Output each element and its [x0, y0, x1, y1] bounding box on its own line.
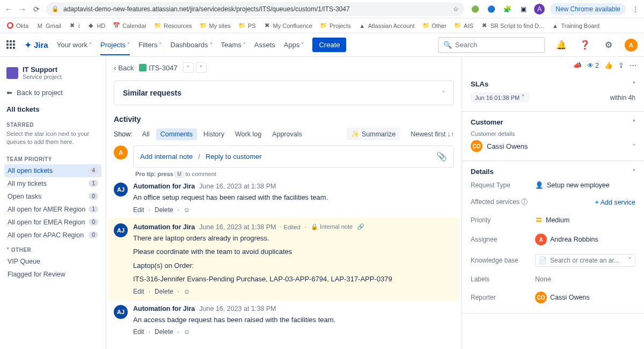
queue-item[interactable]: Open tasks0 [4, 190, 101, 203]
prev-issue-button[interactable]: ˄ [183, 62, 194, 73]
delete-link[interactable]: Delete [155, 328, 173, 336]
extension-icon[interactable]: 🟢 [470, 4, 480, 14]
bookmark-item[interactable]: ▲Training Board [551, 22, 599, 30]
help-icon[interactable]: ❓ [577, 38, 592, 53]
bookmark-item[interactable]: 📅Calendar [113, 22, 147, 30]
sort-button[interactable]: Newest first ↓↑ [411, 130, 454, 138]
queue-item[interactable]: VIP Queue [4, 255, 101, 268]
bookmark-item[interactable]: ✖My Confluence [264, 22, 312, 30]
nav-apps[interactable]: Apps ˅ [284, 41, 304, 49]
delete-link[interactable]: Delete [155, 288, 173, 295]
nav-dashboards[interactable]: Dashboards ˅ [170, 41, 212, 49]
priority-value[interactable]: 〓Medium [535, 215, 635, 225]
tab-history[interactable]: History [199, 128, 229, 140]
nav-assets[interactable]: Assets [254, 41, 275, 49]
bookmark-item[interactable]: ✖i [69, 22, 79, 30]
customer-header[interactable]: Customer˄ [471, 117, 635, 127]
panel-icon[interactable]: ▣ [518, 4, 529, 14]
back-to-project[interactable]: ⬅ Back to project [4, 85, 101, 100]
back-icon[interactable]: ← [4, 5, 13, 13]
labels-value[interactable]: None [535, 275, 635, 283]
request-type-value[interactable]: 👤 Setup new employee [535, 181, 635, 189]
similar-requests-panel[interactable]: Similar requests ˅ [114, 81, 454, 105]
create-button[interactable]: Create [312, 38, 346, 52]
knowledge-base-select[interactable]: 📄 Search or create an ar... ˅ [535, 254, 635, 267]
queue-item[interactable]: Flagged for Review [4, 268, 101, 281]
extensions-icon[interactable]: 🧩 [502, 4, 513, 14]
tab-comments[interactable]: Comments [156, 128, 197, 140]
forward-icon[interactable]: → [18, 5, 27, 13]
add-service-button[interactable]: + Add service [595, 199, 635, 206]
app-switcher-icon[interactable] [6, 40, 16, 50]
reaction-icon[interactable]: ☺ [184, 206, 190, 214]
nav-projects[interactable]: Projects ˅ [100, 41, 130, 55]
settings-icon[interactable]: ⚙ [601, 38, 616, 53]
details-header[interactable]: Details˄ [471, 166, 635, 177]
all-tickets-link[interactable]: All tickets [4, 100, 101, 117]
next-issue-button[interactable]: ˅ [196, 62, 207, 73]
edit-link[interactable]: Edit [133, 206, 144, 214]
star-icon[interactable]: ☆ [453, 5, 459, 13]
nav-filters[interactable]: Filters ˅ [138, 41, 162, 49]
menu-icon[interactable]: ⋮ [631, 5, 640, 13]
add-internal-note-link[interactable]: Add internal note [140, 152, 193, 161]
issue-key[interactable]: ITS-3047 [139, 64, 177, 72]
bookmark-item[interactable]: 📁Projects [320, 22, 351, 30]
bookmark-item[interactable]: ▲Atlassian Account [358, 22, 415, 30]
share-icon[interactable]: ⇪ [618, 61, 624, 69]
attach-icon[interactable]: 📎 [436, 151, 447, 162]
issue-details-panel: 📣 👁 2 👍 ⇪ ⋯ SLAs˄ Jun 16 01:38 PM ˅ with… [462, 57, 644, 349]
watchers-button[interactable]: 👁 2 [587, 62, 599, 69]
sla-date[interactable]: Jun 16 01:38 PM ˅ [471, 92, 529, 103]
queue-item[interactable]: All open for APAC Region0 [4, 229, 101, 242]
profile-avatar[interactable]: A [534, 4, 545, 14]
reporter-value[interactable]: COCassi Owens [535, 292, 635, 303]
update-button[interactable]: New Chrome available [550, 3, 626, 15]
bookmark-item[interactable]: ⭕Okta [6, 22, 28, 30]
queue-item[interactable]: All my tickets1 [4, 177, 101, 190]
project-header[interactable]: IT Support Service project [4, 63, 101, 85]
delete-link[interactable]: Delete [155, 206, 173, 214]
tab-work-log[interactable]: Work log [231, 128, 266, 140]
bookmark-item[interactable]: 📁Resources [154, 22, 192, 30]
notifications-icon[interactable]: 🔔 [554, 38, 569, 53]
feedback-icon[interactable]: 📣 [573, 61, 582, 69]
bookmark-item[interactable]: 📁My sites [200, 22, 231, 30]
url-bar[interactable]: 🔒 adaptavist-demo-new-features.atlassian… [46, 2, 464, 16]
nav-your-work[interactable]: Your work ˅ [57, 41, 92, 49]
user-avatar[interactable]: A [625, 39, 638, 52]
vote-icon[interactable]: 👍 [604, 61, 613, 69]
extension-icon[interactable]: 🔵 [486, 4, 496, 14]
reply-customer-link[interactable]: Reply to customer [206, 152, 262, 161]
edit-link[interactable]: Edit [133, 328, 144, 336]
reaction-icon[interactable]: ☺ [184, 328, 190, 336]
comment: AJ Automation for JiraJune 16, 2023 at 1… [114, 305, 454, 336]
queue-item[interactable]: All open tickets4 [4, 164, 101, 177]
other-section[interactable]: ˅ OTHER [4, 242, 101, 255]
jira-nav: ✦ Jira Your work ˅Projects ˅Filters ˅Das… [0, 33, 644, 57]
customer-row[interactable]: CO Cassi Owens ˅ [471, 137, 635, 155]
tab-approvals[interactable]: Approvals [268, 128, 306, 140]
bookmark-item[interactable]: ◆HD [87, 22, 105, 30]
back-button[interactable]: ‹ Back [114, 64, 134, 72]
bookmark-item[interactable]: 📁Other [422, 22, 447, 30]
nav-teams[interactable]: Teams ˅ [221, 41, 246, 49]
edit-link[interactable]: Edit [133, 288, 144, 295]
more-icon[interactable]: ⋯ [630, 61, 636, 69]
reaction-icon[interactable]: ☺ [184, 288, 190, 295]
jira-logo[interactable]: ✦ Jira [25, 40, 48, 50]
bookmark-item[interactable]: 📁PS [238, 22, 256, 30]
bookmark-item[interactable]: MGmail [36, 22, 61, 30]
reload-icon[interactable]: ⟳ [32, 5, 41, 13]
search-input[interactable]: 🔍 Search [438, 37, 545, 53]
assignee-value[interactable]: AAndrea Robbins [535, 234, 635, 245]
comment-input[interactable]: Add internal note / Reply to customer 📎 [133, 146, 454, 168]
priority-icon: 〓 [535, 215, 543, 225]
queue-item[interactable]: All open for EMEA Region0 [4, 216, 101, 229]
summarize-button[interactable]: ✨ Summarize [347, 128, 400, 140]
bookmark-item[interactable]: 📁AIS [454, 22, 473, 30]
queue-item[interactable]: All open for AMER Region1 [4, 203, 101, 216]
bookmark-item[interactable]: ✖SR Script to find D... [481, 22, 544, 30]
slas-header[interactable]: SLAs˄ [471, 79, 635, 89]
tab-all[interactable]: All [138, 128, 154, 140]
